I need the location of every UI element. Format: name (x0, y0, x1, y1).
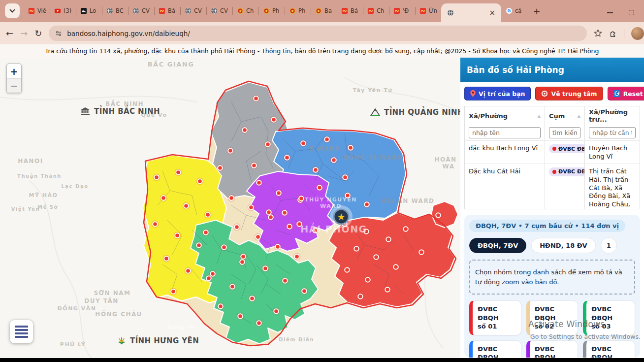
site-settings-icon[interactable] (55, 30, 62, 37)
map-marker[interactable] (256, 234, 260, 239)
map-marker[interactable] (393, 264, 398, 269)
map-marker[interactable] (365, 277, 370, 282)
column-header[interactable]: Xã/Phường▲ (465, 106, 545, 125)
map-marker[interactable] (324, 137, 329, 142)
district-card[interactable]: ĐVBC ĐBQHsố 06 (583, 340, 635, 358)
map-marker[interactable] (254, 96, 258, 101)
map-marker[interactable] (250, 296, 255, 301)
map-marker[interactable] (294, 254, 299, 259)
browser-tab[interactable]: Ba (311, 2, 337, 19)
filter-name-input[interactable] (469, 127, 541, 138)
browser-tab[interactable]: Bá (337, 2, 363, 19)
map-marker[interactable] (218, 165, 223, 170)
browser-tab[interactable]: BC (102, 2, 128, 19)
toggle-hdnd[interactable]: HĐND, 18 ĐV (531, 238, 595, 253)
map-marker[interactable] (436, 213, 441, 218)
map-marker[interactable] (257, 180, 261, 185)
my-location-button[interactable]: Vị trí của bạn (464, 87, 531, 100)
toggle-page-1[interactable]: 1 (601, 237, 617, 254)
browser-tab[interactable]: Ch (232, 2, 258, 19)
map-marker[interactable] (331, 158, 336, 163)
map-marker[interactable] (386, 237, 391, 242)
table-row[interactable]: đặc khu Bạch Long Vĩ ĐVBC ĐB Huyện Bạch … (465, 140, 640, 164)
map-marker[interactable] (161, 196, 166, 200)
map-marker[interactable] (252, 163, 257, 168)
bookmark-star-icon[interactable] (594, 29, 602, 37)
map-marker[interactable] (268, 215, 273, 220)
map-marker[interactable] (285, 155, 290, 160)
map-marker[interactable] (240, 260, 245, 264)
map-marker[interactable] (196, 243, 201, 248)
region-red[interactable] (329, 213, 455, 307)
map-canvas[interactable]: ★ BẮC GIANGTây Yên TửBẮC NINHQuế VõHANOI… (0, 58, 460, 362)
window-minimize-button[interactable] (607, 12, 613, 13)
map-marker[interactable] (210, 271, 215, 276)
zoom-in-button[interactable]: + (7, 64, 21, 78)
map-marker[interactable] (297, 222, 302, 227)
toggle-db-qh[interactable]: ĐBQH, 7ĐV (469, 238, 526, 253)
province-map-svg[interactable]: ★ (0, 58, 460, 362)
tab-search-button[interactable] (5, 3, 20, 18)
district-card[interactable]: ĐVBC ĐBQHsố 05 (526, 340, 579, 358)
map-marker[interactable] (302, 289, 307, 294)
map-marker[interactable] (313, 167, 318, 172)
map-marker[interactable] (354, 246, 359, 251)
map-marker[interactable] (364, 202, 369, 207)
browser-tab[interactable]: CV (206, 2, 232, 19)
browser-tab[interactable]: Viê (24, 2, 50, 19)
map-marker[interactable] (275, 244, 280, 249)
map-marker[interactable] (419, 250, 424, 255)
profile-avatar[interactable] (631, 27, 644, 40)
filter-detail-input[interactable] (589, 127, 636, 138)
column-header[interactable]: Cụm▲ (545, 106, 585, 125)
url-bar[interactable]: bandoso.haiphong.gov.vn/daibieuqh/ (49, 26, 587, 41)
map-marker[interactable] (403, 227, 408, 231)
map-marker[interactable] (345, 267, 350, 272)
map-marker[interactable] (175, 233, 180, 238)
map-marker[interactable] (241, 254, 246, 259)
browser-tab[interactable]: 'Đ (389, 2, 415, 19)
filter-cluster-input[interactable] (549, 127, 580, 138)
map-marker[interactable] (218, 304, 223, 309)
browser-tab[interactable]: Bá (154, 2, 180, 19)
extensions-puzzle-icon[interactable] (609, 30, 617, 37)
column-header[interactable]: Xã/Phường trư... (585, 106, 640, 125)
map-marker[interactable] (313, 228, 318, 233)
map-marker[interactable] (385, 287, 390, 292)
map-marker[interactable] (343, 175, 348, 180)
map-marker[interactable] (153, 222, 158, 227)
browser-tab[interactable]: Ch (363, 2, 389, 19)
table-row[interactable]: Đặc khu Cát Hải ĐVBC ĐB Thị trấn Cát Hải… (465, 164, 640, 209)
map-marker[interactable] (154, 175, 159, 180)
map-marker[interactable] (230, 284, 235, 289)
district-card[interactable]: ĐVBC ĐBQHsố 01 (469, 300, 521, 335)
map-marker[interactable] (222, 245, 226, 250)
map-marker[interactable] (203, 230, 208, 235)
map-marker[interactable] (374, 255, 379, 260)
map-marker[interactable] (229, 196, 234, 200)
reset-view-button[interactable]: Reset View (608, 87, 644, 100)
map-marker[interactable] (345, 193, 350, 198)
browser-tab[interactable]: Ph (258, 2, 285, 19)
map-marker[interactable] (186, 268, 191, 273)
map-marker[interactable] (299, 196, 304, 201)
district-card[interactable]: ĐVBC ĐBQHsố 04 (469, 340, 521, 358)
map-marker[interactable] (287, 224, 292, 229)
browser-tab[interactable]: Ph (285, 2, 311, 19)
map-marker[interactable] (263, 266, 268, 271)
district-card[interactable]: ĐVBC ĐBQHsố 03 (583, 300, 635, 335)
map-marker[interactable] (205, 212, 210, 217)
window-maximize-button[interactable] (629, 10, 634, 15)
map-marker[interactable] (282, 210, 287, 215)
map-marker[interactable] (364, 229, 369, 234)
map-marker[interactable] (265, 142, 270, 147)
center-map-button[interactable]: Về trung tâm (535, 87, 603, 100)
map-marker[interactable] (171, 289, 176, 294)
browser-tab[interactable]: (3) (50, 2, 76, 19)
map-marker[interactable] (317, 185, 322, 190)
city-star-marker[interactable]: ★ (330, 205, 353, 228)
map-marker[interactable] (228, 148, 233, 153)
map-marker[interactable] (348, 145, 353, 150)
map-marker[interactable] (276, 191, 281, 196)
map-marker[interactable] (164, 256, 169, 261)
